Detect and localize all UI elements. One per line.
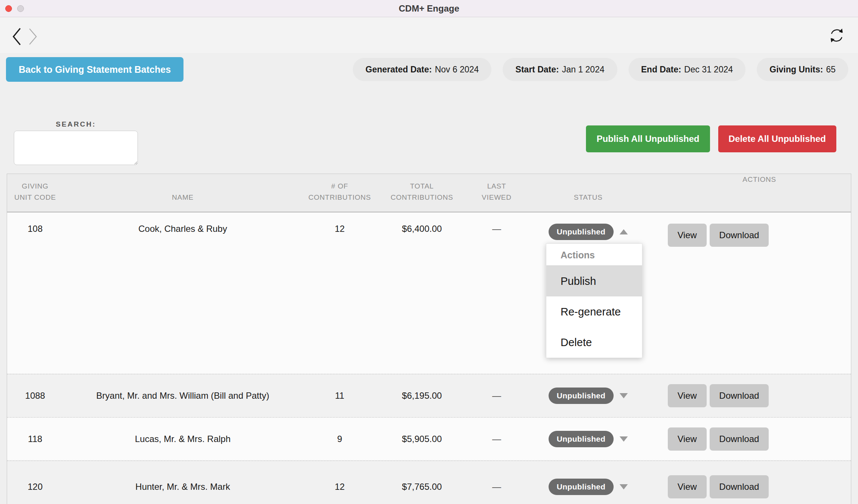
table-row: 118Lucas, Mr. & Mrs. Ralph9$5,905.00—Unp… bbox=[7, 417, 851, 460]
column-header-viewed: LASTVIEWED bbox=[467, 174, 527, 212]
cell-num-contributions: 11 bbox=[302, 374, 377, 417]
cell-giving-unit-code: 118 bbox=[7, 418, 63, 460]
column-header-line: CONTRIBUTIONS bbox=[308, 192, 371, 203]
close-window-button[interactable] bbox=[5, 5, 12, 12]
column-header-code: GIVINGUNIT CODE bbox=[7, 174, 63, 212]
menu-item-publish[interactable]: Publish bbox=[546, 266, 642, 296]
refresh-icon[interactable] bbox=[828, 27, 845, 46]
status-badge: Unpublished bbox=[549, 224, 614, 240]
cell-last-viewed: — bbox=[467, 418, 527, 460]
table-row: 1088Bryant, Mr. and Mrs. William (Bill a… bbox=[7, 374, 851, 417]
last-viewed-dash: — bbox=[492, 224, 501, 234]
back-to-batches-button[interactable]: Back to Giving Statement Batches bbox=[6, 57, 183, 82]
menu-item-re-generate[interactable]: Re-generate bbox=[546, 296, 642, 327]
cell-total-contributions: $6,400.00 bbox=[377, 212, 467, 374]
forward-arrow-icon[interactable] bbox=[28, 28, 38, 47]
column-header-line: NAME bbox=[172, 192, 194, 203]
column-header-line: TOTAL bbox=[410, 181, 433, 192]
bulk-actions: Publish All Unpublished Delete All Unpub… bbox=[586, 125, 836, 152]
filter-pill-label: End Date: bbox=[641, 65, 681, 74]
chevron-up-icon bbox=[620, 229, 628, 234]
search-label: SEARCH: bbox=[14, 120, 138, 128]
filter-pill-label: Start Date: bbox=[515, 65, 559, 74]
cell-name: Bryant, Mr. and Mrs. William (Bill and P… bbox=[63, 374, 302, 417]
cell-status: Unpublished bbox=[527, 374, 650, 417]
view-button[interactable]: View bbox=[668, 224, 707, 247]
cell-num-contributions: 9 bbox=[302, 418, 377, 460]
cell-giving-unit-code: 120 bbox=[7, 461, 63, 504]
view-button[interactable]: View bbox=[668, 427, 707, 451]
filter-pill: End Date:Dec 31 2024 bbox=[629, 58, 746, 81]
status-badge: Unpublished bbox=[549, 388, 614, 404]
app-window: CDM+ Engage Back to Giving Statement Bat… bbox=[0, 0, 858, 504]
cell-actions: ViewDownload bbox=[650, 212, 851, 374]
filter-pills: Generated Date:Nov 6 2024Start Date:Jan … bbox=[353, 58, 848, 81]
table-body: 108Cook, Charles & Ruby12$6,400.00—Unpub… bbox=[7, 212, 851, 504]
column-header-name: NAME bbox=[63, 174, 302, 212]
window-controls bbox=[5, 0, 24, 17]
cell-status: Unpublished bbox=[527, 461, 650, 504]
publish-all-unpublished-button[interactable]: Publish All Unpublished bbox=[586, 125, 710, 152]
title-bar: CDM+ Engage bbox=[0, 0, 858, 17]
back-arrow-icon[interactable] bbox=[11, 27, 22, 48]
cell-actions: ViewDownload bbox=[650, 418, 851, 460]
cell-name: Lucas, Mr. & Mrs. Ralph bbox=[63, 418, 302, 460]
status-dropdown-toggle[interactable]: Unpublished bbox=[549, 479, 628, 495]
minimize-window-button[interactable] bbox=[17, 5, 24, 12]
column-header-line: GIVING bbox=[22, 181, 48, 192]
cell-total-contributions: $7,765.00 bbox=[377, 461, 467, 504]
cell-name: Cook, Charles & Ruby bbox=[63, 212, 302, 374]
status-actions-menu-items: PublishRe-generateDelete bbox=[546, 266, 642, 358]
status-dropdown-toggle[interactable]: Unpublished bbox=[549, 431, 628, 447]
view-button[interactable]: View bbox=[668, 384, 707, 407]
download-button[interactable]: Download bbox=[710, 475, 769, 498]
column-header-line: # OF bbox=[331, 181, 348, 192]
status-badge: Unpublished bbox=[549, 431, 614, 447]
cell-total-contributions: $6,195.00 bbox=[377, 374, 467, 417]
cell-actions: ViewDownload bbox=[650, 461, 851, 504]
table-header: GIVINGUNIT CODENAME# OFCONTRIBUTIONSTOTA… bbox=[7, 174, 851, 212]
cell-total-contributions: $5,905.00 bbox=[377, 418, 467, 460]
column-header-total: TOTALCONTRIBUTIONS bbox=[377, 174, 467, 212]
chevron-down-icon bbox=[620, 484, 628, 489]
nav-strip bbox=[0, 17, 858, 53]
chevron-down-icon bbox=[620, 436, 628, 442]
column-header-actions: ACTIONS bbox=[650, 174, 851, 212]
view-button[interactable]: View bbox=[668, 475, 707, 498]
search-input[interactable] bbox=[14, 131, 138, 165]
cell-name: Hunter, Mr. & Mrs. Mark bbox=[63, 461, 302, 504]
cell-last-viewed: — bbox=[467, 461, 527, 504]
last-viewed-dash: — bbox=[492, 391, 501, 401]
last-viewed-dash: — bbox=[492, 434, 501, 444]
cell-giving-unit-code: 1088 bbox=[7, 374, 63, 417]
table-row: 120Hunter, Mr. & Mrs. Mark12$7,765.00—Un… bbox=[7, 460, 851, 504]
status-actions-menu: Actions PublishRe-generateDelete bbox=[546, 243, 642, 358]
status-actions-menu-header: Actions bbox=[546, 244, 642, 266]
column-header-line: CONTRIBUTIONS bbox=[391, 192, 453, 203]
menu-item-delete[interactable]: Delete bbox=[546, 327, 642, 358]
download-button[interactable]: Download bbox=[710, 384, 769, 407]
download-button[interactable]: Download bbox=[710, 224, 769, 247]
chevron-down-icon bbox=[620, 393, 628, 398]
filter-pill-label: Generated Date: bbox=[365, 65, 432, 74]
filter-pill: Start Date:Jan 1 2024 bbox=[503, 58, 617, 81]
column-header-line: ACTIONS bbox=[743, 174, 776, 185]
window-title: CDM+ Engage bbox=[399, 3, 459, 14]
status-dropdown-toggle[interactable]: Unpublished bbox=[549, 388, 628, 404]
last-viewed-dash: — bbox=[492, 482, 501, 492]
delete-all-unpublished-button[interactable]: Delete All Unpublished bbox=[718, 125, 836, 152]
cell-status: Unpublished bbox=[527, 418, 650, 460]
column-header-contributions: # OFCONTRIBUTIONS bbox=[302, 174, 377, 212]
cell-num-contributions: 12 bbox=[302, 212, 377, 374]
cell-giving-unit-code: 108 bbox=[7, 212, 63, 374]
status-dropdown-toggle[interactable]: Unpublished bbox=[549, 224, 628, 240]
column-header-line: STATUS bbox=[574, 192, 603, 203]
cell-last-viewed: — bbox=[467, 212, 527, 374]
download-button[interactable]: Download bbox=[710, 427, 769, 451]
column-header-line: UNIT CODE bbox=[14, 192, 56, 203]
column-header-line: LAST bbox=[487, 181, 506, 192]
column-header-status: STATUS bbox=[527, 174, 650, 212]
cell-last-viewed: — bbox=[467, 374, 527, 417]
filter-pill: Giving Units:65 bbox=[757, 58, 848, 81]
cell-actions: ViewDownload bbox=[650, 374, 851, 417]
